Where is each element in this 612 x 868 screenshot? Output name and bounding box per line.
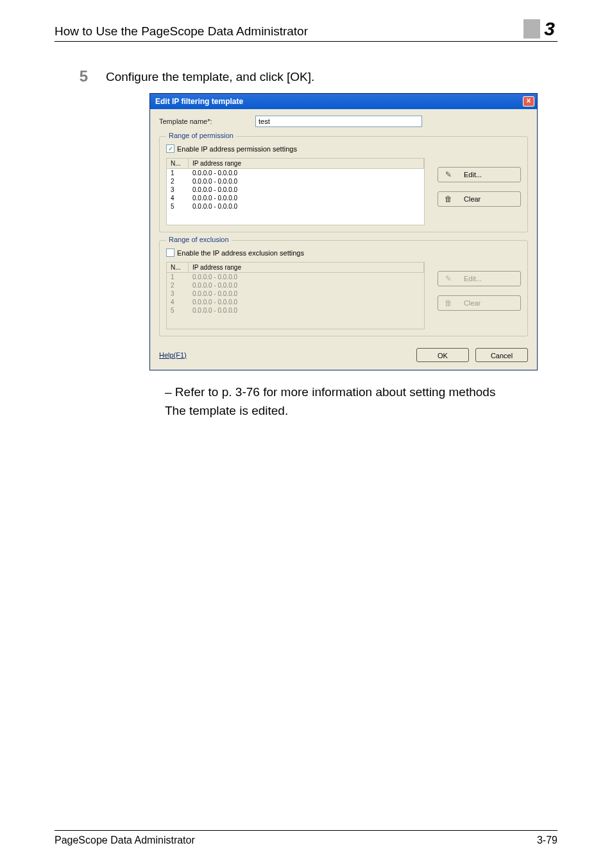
- header-title: How to Use the PageScope Data Administra…: [55, 24, 308, 39]
- permission-checkbox[interactable]: ✓: [166, 144, 174, 153]
- clear-icon: 🗑: [443, 194, 454, 204]
- close-icon[interactable]: ×: [523, 96, 534, 107]
- col-n-header: N...: [167, 263, 189, 272]
- footer-left: PageScope Data Administrator: [55, 835, 195, 846]
- exclusion-clear-button[interactable]: 🗑 Clear: [438, 295, 521, 311]
- permission-check-label: Enable IP address permission settings: [177, 145, 297, 153]
- list-item: 10.0.0.0 - 0.0.0.0: [167, 273, 424, 281]
- exclusion-group: Range of exclusion Enable the IP address…: [159, 240, 528, 336]
- chapter-number: 3: [541, 19, 557, 39]
- permission-group: Range of permission ✓ Enable IP address …: [159, 136, 528, 232]
- clear-label: Clear: [464, 299, 480, 307]
- exclusion-check-label: Enable the IP address exclusion settings: [177, 249, 304, 257]
- list-item: 10.0.0.0 - 0.0.0.0: [167, 169, 424, 177]
- edit-icon: ✎: [443, 273, 454, 284]
- clear-icon: 🗑: [443, 298, 454, 308]
- chapter-bar: [523, 19, 540, 39]
- help-link[interactable]: Help(F1): [159, 351, 187, 359]
- clear-label: Clear: [464, 195, 480, 203]
- col-range-header: IP address range: [189, 263, 424, 272]
- edit-label: Edit...: [464, 275, 482, 282]
- list-item: 20.0.0.0 - 0.0.0.0: [167, 177, 424, 186]
- edit-label: Edit...: [464, 171, 482, 178]
- exclusion-listview[interactable]: N... IP address range 10.0.0.0 - 0.0.0.0…: [166, 262, 425, 329]
- step-number: 5: [55, 69, 106, 84]
- step-text: Configure the template, and click [OK].: [106, 69, 557, 84]
- dialog-title: Edit IP filtering template: [155, 97, 243, 106]
- cancel-button[interactable]: Cancel: [475, 348, 528, 362]
- edit-icon: ✎: [443, 169, 454, 180]
- ok-button[interactable]: OK: [416, 348, 469, 362]
- list-item: 40.0.0.0 - 0.0.0.0: [167, 298, 424, 306]
- dialog-edit-ip-filtering: Edit IP filtering template × Template na…: [149, 93, 538, 370]
- list-item: 30.0.0.0 - 0.0.0.0: [167, 186, 424, 194]
- permission-clear-button[interactable]: 🗑 Clear: [438, 191, 521, 207]
- page-footer: PageScope Data Administrator 3-79: [55, 830, 557, 846]
- body-text: – Refer to p. 3-76 for more information …: [165, 383, 557, 420]
- col-n-header: N...: [167, 159, 189, 168]
- list-item: 50.0.0.0 - 0.0.0.0: [167, 202, 424, 211]
- list-item: 40.0.0.0 - 0.0.0.0: [167, 194, 424, 202]
- permission-edit-button[interactable]: ✎ Edit...: [438, 167, 521, 182]
- template-name-input[interactable]: [255, 116, 422, 127]
- result-line: The template is edited.: [165, 402, 557, 421]
- list-item: 20.0.0.0 - 0.0.0.0: [167, 281, 424, 290]
- template-name-label: Template name*:: [159, 117, 255, 125]
- permission-listview[interactable]: N... IP address range 10.0.0.0 - 0.0.0.0…: [166, 158, 425, 225]
- step-row: 5 Configure the template, and click [OK]…: [55, 69, 557, 84]
- dialog-titlebar: Edit IP filtering template ×: [150, 94, 537, 109]
- exclusion-legend: Range of exclusion: [166, 236, 232, 243]
- page-header: How to Use the PageScope Data Administra…: [55, 19, 557, 42]
- exclusion-checkbox[interactable]: [166, 248, 174, 257]
- list-item: 50.0.0.0 - 0.0.0.0: [167, 306, 424, 315]
- footer-right: 3-79: [537, 835, 557, 846]
- refer-line: – Refer to p. 3-76 for more information …: [165, 383, 557, 402]
- list-item: 30.0.0.0 - 0.0.0.0: [167, 290, 424, 298]
- exclusion-edit-button[interactable]: ✎ Edit...: [438, 271, 521, 286]
- chapter-indicator: 3: [523, 19, 557, 39]
- col-range-header: IP address range: [189, 159, 424, 168]
- permission-legend: Range of permission: [166, 132, 236, 139]
